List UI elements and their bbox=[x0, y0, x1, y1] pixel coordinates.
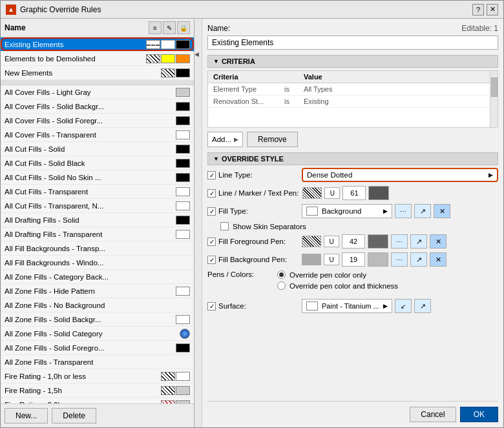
fill-bg-value[interactable] bbox=[342, 252, 365, 267]
fill-action-btn-2[interactable]: ↗ bbox=[414, 204, 431, 218]
list-item[interactable]: New Elements bbox=[1, 66, 194, 80]
ok-button[interactable]: OK bbox=[460, 407, 498, 422]
fill-bg-checkbox[interactable] bbox=[207, 256, 216, 264]
fill-bg-control: U ⋯ ↗ ✕ bbox=[302, 252, 498, 267]
override-section-header[interactable]: ▼ OVERRIDE STYLE bbox=[207, 152, 498, 165]
line-marker-value[interactable] bbox=[342, 186, 366, 200]
criteria-section-label: CRITERIA bbox=[222, 57, 255, 65]
fill-type-checkbox[interactable] bbox=[207, 207, 216, 216]
criteria-row[interactable]: Element Type is All Types bbox=[208, 83, 490, 96]
surface-checkbox[interactable] bbox=[207, 302, 216, 311]
line-type-label-part: Line Type: bbox=[207, 171, 298, 179]
delete-button[interactable]: Delete bbox=[52, 408, 96, 423]
cancel-button[interactable]: Cancel bbox=[410, 407, 456, 422]
skin-sep-label: Show Skin Separators bbox=[233, 223, 306, 230]
list-item[interactable]: All Cut Fills - Solid bbox=[1, 142, 194, 156]
criteria-row[interactable]: Renovation St... is Existing bbox=[208, 96, 490, 108]
fill-fg-color-swatch[interactable] bbox=[368, 234, 388, 249]
fill-fg-action-2[interactable]: ↗ bbox=[410, 234, 427, 249]
list-item[interactable]: All Zone Fills - Solid Category bbox=[1, 327, 194, 341]
color-box-lightgray bbox=[176, 400, 190, 404]
list-item[interactable]: All Cover Fills - Solid Foregr... bbox=[1, 114, 194, 128]
fill-fg-action-1[interactable]: ⋯ bbox=[391, 234, 408, 249]
list-item[interactable]: Fire Rating - 1,5h bbox=[1, 383, 194, 398]
main-window: ▲ Graphic Override Rules ? ✕ Name ≡ ✎ 🔒 bbox=[0, 0, 504, 428]
fill-bg-action-2[interactable]: ↗ bbox=[410, 252, 427, 267]
criteria-section-header[interactable]: ▼ CRITERIA bbox=[207, 55, 498, 68]
list-item-label: New Elements bbox=[5, 69, 151, 77]
line-type-dropdown-arrow: ▶ bbox=[488, 172, 493, 178]
surface-dropdown[interactable]: Paint - Titanium ... ▶ bbox=[302, 299, 392, 313]
add-button[interactable]: Add... ▶ bbox=[207, 132, 243, 147]
close-button[interactable]: ✕ bbox=[487, 4, 498, 15]
fill-action-btn-3[interactable]: ✕ bbox=[434, 204, 450, 218]
fill-action-btn-1[interactable]: ⋯ bbox=[395, 204, 412, 218]
fill-fg-value[interactable] bbox=[342, 234, 365, 249]
line-type-checkbox[interactable] bbox=[207, 171, 216, 179]
list-item[interactable]: All Zone Fills - No Background bbox=[1, 298, 194, 312]
color-box-globe bbox=[180, 329, 190, 339]
fill-bg-action-3[interactable]: ✕ bbox=[430, 252, 446, 267]
list-item-icons bbox=[151, 102, 190, 111]
list-item[interactable]: All Cover Fills - Transparent bbox=[1, 128, 194, 142]
fill-bg-action-1[interactable]: ⋯ bbox=[391, 252, 408, 267]
list-item-icons bbox=[151, 372, 190, 381]
override-rules-list[interactable]: Existing Elements Elements to be Demolis… bbox=[1, 37, 194, 403]
remove-button[interactable]: Remove bbox=[247, 132, 298, 147]
header-icon-group: ≡ ✎ 🔒 bbox=[149, 21, 190, 34]
list-item-label: All Cut Fills - Solid No Skin ... bbox=[5, 174, 151, 181]
list-item-label: Elements to be Demolished bbox=[5, 55, 146, 63]
list-icon-1[interactable]: ≡ bbox=[149, 21, 162, 34]
fill-fg-row: Fill Foreground Pen: U ⋯ ↗ ✕ bbox=[207, 234, 498, 249]
skin-sep-checkbox[interactable] bbox=[220, 222, 229, 230]
list-item[interactable]: All Cover Fills - Light Gray bbox=[1, 85, 194, 99]
name-field-row bbox=[207, 36, 498, 50]
name-input[interactable] bbox=[207, 36, 498, 50]
list-item-icons bbox=[151, 68, 190, 77]
list-item[interactable]: All Zone Fills - Solid Backgr... bbox=[1, 312, 194, 327]
criteria-scrollbar[interactable] bbox=[490, 71, 498, 127]
list-item[interactable]: All Drafting Fills - Solid bbox=[1, 213, 194, 227]
fill-type-dropdown[interactable]: Background ▶ bbox=[302, 204, 392, 218]
list-item[interactable]: All Zone Fills - Category Back... bbox=[1, 270, 194, 284]
app-icon: ▲ bbox=[6, 5, 16, 15]
list-item[interactable]: All Cut Fills - Transparent, N... bbox=[1, 199, 194, 213]
color-box-white bbox=[176, 315, 190, 324]
list-item[interactable]: All Cut Fills - Transparent bbox=[1, 185, 194, 199]
surface-color-preview bbox=[306, 301, 318, 311]
list-item-label: All Drafting Fills - Solid bbox=[5, 216, 151, 224]
list-icon-3[interactable]: 🔒 bbox=[177, 21, 190, 34]
name-field-label: Name: bbox=[207, 24, 230, 33]
help-button[interactable]: ? bbox=[472, 4, 484, 15]
list-item[interactable]: Fire Rating - 2,0h bbox=[1, 398, 194, 403]
radio-override-pen-color-only[interactable] bbox=[277, 270, 286, 279]
fill-bg-underline-icon: U bbox=[324, 254, 339, 265]
fill-fg-action-3[interactable]: ✕ bbox=[430, 234, 446, 249]
list-item[interactable]: Existing Elements bbox=[1, 37, 194, 52]
list-item[interactable]: Elements to be Demolished bbox=[1, 52, 194, 66]
list-item-icons bbox=[151, 343, 190, 352]
list-item[interactable]: Fire Rating - 1,0h or less bbox=[1, 369, 194, 383]
line-marker-color-swatch[interactable] bbox=[368, 186, 389, 200]
list-item[interactable]: All Zone Fills - Solid Foregro... bbox=[1, 341, 194, 355]
line-type-control: Dense Dotted ▶ bbox=[302, 168, 498, 182]
list-item[interactable]: All Cut Fills - Solid Black bbox=[1, 156, 194, 170]
surface-action-1[interactable]: ↙ bbox=[395, 299, 412, 313]
line-marker-checkbox[interactable] bbox=[207, 189, 216, 198]
list-icon-2[interactable]: ✎ bbox=[163, 21, 176, 34]
fill-fg-checkbox[interactable] bbox=[207, 238, 216, 246]
list-item[interactable]: All Cut Fills - Solid No Skin ... bbox=[1, 170, 194, 185]
list-item[interactable]: All Fill Backgrounds - Transp... bbox=[1, 241, 194, 256]
surface-action-2[interactable]: ↗ bbox=[414, 299, 431, 313]
new-button[interactable]: New... bbox=[5, 408, 48, 423]
list-item[interactable]: All Drafting Fills - Transparent bbox=[1, 227, 194, 241]
list-item[interactable]: All Zone Fills - Hide Pattern bbox=[1, 284, 194, 298]
list-item-icons bbox=[151, 400, 190, 404]
fill-bg-color-swatch[interactable] bbox=[368, 252, 388, 267]
line-type-dropdown[interactable]: Dense Dotted ▶ bbox=[302, 168, 498, 182]
radio-override-pen-color-thickness[interactable] bbox=[277, 281, 286, 290]
list-item[interactable]: All Fill Backgrounds - Windo... bbox=[1, 256, 194, 270]
list-item[interactable]: All Cover Fills - Solid Backgr... bbox=[1, 99, 194, 114]
list-item[interactable]: All Zone Fills - Transparent bbox=[1, 355, 194, 369]
collapse-arrow[interactable]: ◀ bbox=[194, 19, 202, 427]
